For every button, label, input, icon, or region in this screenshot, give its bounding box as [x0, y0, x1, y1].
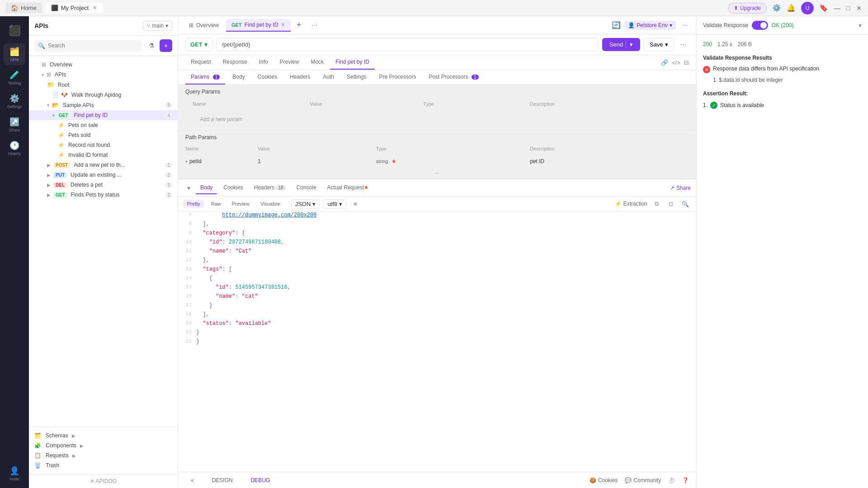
debug-tab[interactable]: DEBUG	[245, 475, 276, 485]
sidebar-item-testing[interactable]: 🧪 Testing	[4, 67, 25, 89]
subtab-info[interactable]: Info	[254, 55, 274, 70]
format-preview[interactable]: Preview	[228, 200, 253, 208]
help-button[interactable]: ❓	[682, 477, 689, 483]
copy-button[interactable]: ⧉	[651, 198, 662, 209]
resp-tab-actual[interactable]: Actual Request	[323, 182, 372, 194]
subtab-response[interactable]: Response	[217, 55, 253, 70]
params-tab-auth[interactable]: Auth	[317, 70, 340, 84]
add-param-button[interactable]: Add a new param	[193, 113, 682, 125]
tree-walkthrough[interactable]: 📄 🐶 Walk through Apidog	[29, 90, 178, 100]
params-more-button[interactable]: ···	[178, 168, 696, 178]
charset-select[interactable]: utf8 ▾	[323, 199, 346, 209]
env-badge[interactable]: 👤 Petstore Env ▾	[624, 21, 676, 30]
tree-update-pet[interactable]: ▶ PUT Update an existing ... 2	[29, 170, 178, 180]
bookmark-icon[interactable]: 🔖	[819, 4, 828, 12]
maximize-button[interactable]: □	[844, 5, 852, 12]
collapse-button[interactable]: ▾	[184, 184, 194, 192]
params-tab-headers[interactable]: Headers	[284, 70, 316, 84]
tree-add-pet[interactable]: ▶ POST Add a new pet to th... 1	[29, 160, 178, 170]
duplicate-button[interactable]: ⊡	[665, 198, 676, 209]
format-raw[interactable]: Raw	[208, 200, 225, 208]
resp-tab-headers[interactable]: Headers 18	[250, 182, 290, 194]
tree-pets-on-sale[interactable]: ⚡ Pets on sale	[29, 120, 178, 130]
resp-tab-console[interactable]: Console	[292, 182, 321, 194]
user-avatar[interactable]: U	[801, 2, 814, 14]
subtab-find-pet[interactable]: Find pet by ID	[330, 55, 375, 70]
param-caret[interactable]: ▾	[185, 159, 188, 164]
filter-button[interactable]: ⚗	[145, 39, 158, 52]
url-input[interactable]	[216, 38, 599, 51]
tab-find-pet[interactable]: GET Find pet by ID ✕	[226, 19, 291, 32]
clock-button[interactable]: ⏱️	[668, 477, 675, 483]
json-select[interactable]: JSON ▾	[291, 199, 320, 209]
url-link[interactable]: http://dummyimage.com/200x200	[222, 212, 317, 218]
tab-more-button[interactable]: ···	[309, 20, 320, 30]
tree-record-not-found[interactable]: ⚡ Record not found	[29, 140, 178, 150]
format-pretty[interactable]: Pretty	[184, 200, 204, 208]
tree-apis[interactable]: ▾ ⊞ APIs	[29, 70, 178, 80]
request-more-button[interactable]: ···	[678, 40, 689, 50]
tree-root[interactable]: 📁 Root	[29, 80, 178, 90]
tab-overview[interactable]: ⊞ Overview	[184, 19, 224, 31]
resp-tab-cookies[interactable]: Cookies	[219, 182, 247, 194]
add-button[interactable]: +	[160, 39, 172, 52]
format-visualize[interactable]: Visualize	[257, 200, 284, 208]
tree-find-pet[interactable]: ▾ GET Find pet by ID 4	[29, 110, 178, 120]
share-button[interactable]: ↗ Share	[670, 185, 691, 191]
close-button[interactable]: ✕	[855, 5, 863, 12]
extraction-button[interactable]: ⚡ Extraction	[615, 201, 647, 207]
minimize-button[interactable]: —	[834, 5, 841, 12]
branch-button[interactable]: ⑂ main ▾	[143, 21, 172, 31]
bottom-collapse[interactable]: «	[185, 475, 199, 485]
subtab-mock[interactable]: Mock	[305, 55, 329, 70]
project-tab-close[interactable]: ✕	[91, 5, 98, 11]
sidebar-item-share[interactable]: ↗️ Share	[4, 114, 25, 136]
bell-icon[interactable]: 🔔	[787, 4, 796, 12]
params-tab-settings[interactable]: Settings	[341, 70, 372, 84]
param-value-cell[interactable]: 1	[250, 155, 369, 168]
tree-schemas[interactable]: 🗂️ Schemas ▶	[29, 431, 178, 441]
home-tab[interactable]: 🏠 Home	[5, 3, 42, 13]
tree-trash[interactable]: 🗑️ Trash	[29, 460, 178, 470]
params-tab-params[interactable]: Params 1	[185, 70, 225, 84]
subtab-request[interactable]: Request	[185, 55, 217, 70]
search-input[interactable]	[48, 42, 138, 49]
resp-tab-body[interactable]: Body	[196, 182, 217, 194]
code-icon[interactable]: </>	[672, 59, 680, 66]
tree-overview[interactable]: ⊞ Overview	[29, 60, 178, 70]
tree-pets-sold[interactable]: ⚡ Pets sold	[29, 130, 178, 140]
params-tab-cookies[interactable]: Cookies	[252, 70, 283, 84]
search-button[interactable]: 🔍	[680, 198, 691, 209]
project-tab[interactable]: ⬛ My Project ✕	[46, 3, 103, 13]
params-tab-pre[interactable]: Pre Processors	[373, 70, 421, 84]
layout-icon[interactable]: ⊟	[684, 59, 689, 66]
tree-sample-apis[interactable]: ▾ 📂 Sample APIs 5	[29, 100, 178, 110]
tree-requests[interactable]: 📋 Requests ▶	[29, 450, 178, 460]
tab-close-button[interactable]: ✕	[281, 22, 285, 28]
tree-components[interactable]: 🧩 Components ▶	[29, 441, 178, 450]
save-button[interactable]: Save ▾	[644, 38, 674, 51]
sidebar-item-history[interactable]: 🕐 History	[4, 137, 25, 159]
send-button[interactable]: Send ▾	[602, 38, 640, 51]
community-button[interactable]: 💬 Community	[625, 477, 661, 483]
cookies-button[interactable]: 🍪 Cookies	[590, 477, 618, 483]
sidebar-item-invite[interactable]: 👤 Invite	[4, 463, 25, 484]
validate-toggle[interactable]	[752, 21, 768, 30]
tree-finds-pets[interactable]: ▶ GET Finds Pets by status 2	[29, 190, 178, 200]
env-more-button[interactable]: ···	[679, 20, 691, 30]
link-icon[interactable]: 🔗	[661, 59, 668, 66]
subtab-preview[interactable]: Preview	[274, 55, 305, 70]
expand-button[interactable]: ▾	[859, 22, 862, 29]
tab-add-button[interactable]: +	[292, 19, 305, 32]
tree-invalid-id[interactable]: ⚡ Invalid ID format	[29, 150, 178, 160]
design-tab[interactable]: DESIGN	[207, 475, 238, 485]
sidebar-item-settings[interactable]: ⚙️ Settings	[4, 90, 25, 112]
tree-delete-pet[interactable]: ▶ DEL Deletes a pet 1	[29, 180, 178, 190]
upgrade-button[interactable]: ⬆ Upgrade	[728, 3, 767, 14]
settings-icon[interactable]: ⚙️	[772, 4, 781, 12]
params-tab-post[interactable]: Post Processors 1	[423, 70, 484, 84]
params-tab-body[interactable]: Body	[227, 70, 250, 84]
wrap-button[interactable]: ≡	[354, 201, 357, 207]
sidebar-item-apis[interactable]: 🗂️ APIs	[4, 43, 25, 65]
method-select[interactable]: GET ▾	[185, 38, 212, 51]
